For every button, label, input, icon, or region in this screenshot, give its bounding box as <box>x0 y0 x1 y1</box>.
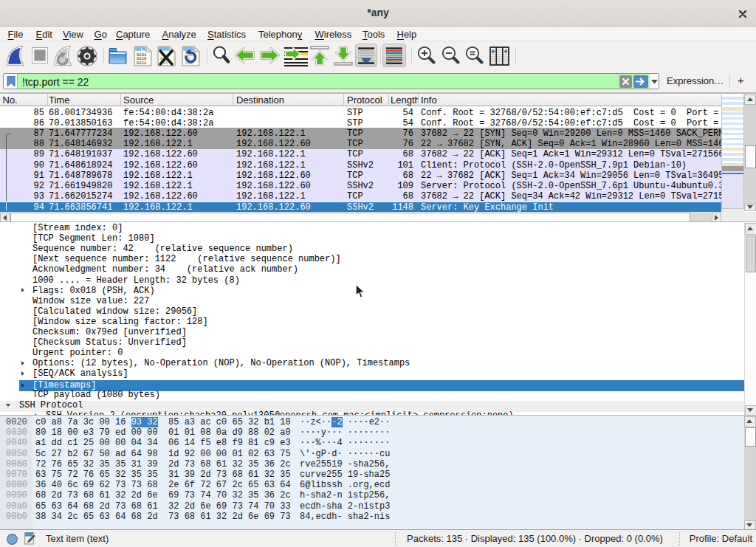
svg-text:0111: 0111 <box>137 61 147 66</box>
